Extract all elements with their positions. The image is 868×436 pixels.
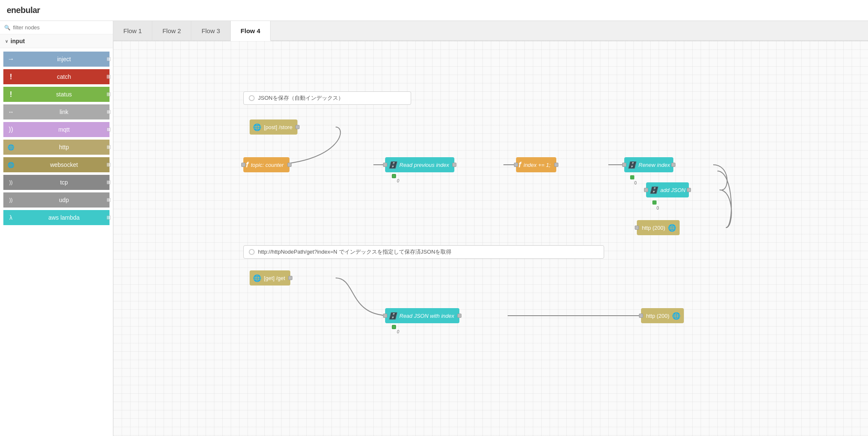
- read-prev-debug-dot: [392, 174, 396, 178]
- http-port: [107, 145, 111, 149]
- node-item-http[interactable]: 🌐 http: [3, 140, 109, 155]
- node-item-catch[interactable]: ! catch: [3, 69, 109, 84]
- status-icon: !: [3, 87, 18, 102]
- node-post-store[interactable]: 🌐 [post] /store: [250, 119, 297, 135]
- http-label: http: [18, 140, 109, 155]
- f-icon-1: f: [246, 161, 248, 169]
- udp-icon: )): [3, 192, 18, 208]
- db-icon-2: 🗄️: [628, 161, 636, 169]
- tcp-icon: )): [3, 175, 18, 190]
- http-200-1-port-in: [635, 226, 639, 230]
- mqtt-icon: )): [3, 122, 18, 137]
- node-item-tcp[interactable]: )) tcp: [3, 175, 109, 190]
- sidebar-search[interactable]: 🔍: [0, 21, 113, 34]
- catch-port: [107, 75, 111, 79]
- canvas-area: Flow 1 Flow 2 Flow 3 Flow 4: [113, 21, 868, 436]
- get-get-label: [get] /get: [264, 275, 285, 281]
- aws-icon: λ: [3, 210, 18, 225]
- chevron-icon: ∨: [5, 39, 8, 44]
- topic-counter-label: topic: counter: [251, 162, 284, 168]
- inject-port: [107, 57, 111, 61]
- post-store-label: [post] /store: [264, 124, 292, 130]
- read-prev-port-in: [383, 163, 387, 167]
- sidebar-section-header[interactable]: ∨ input: [0, 34, 113, 48]
- add-json-label: add JSON: [660, 187, 686, 193]
- globe-icon-1: 🌐: [253, 123, 261, 131]
- index-inc-label: index += 1;: [524, 162, 550, 168]
- app-logo: enebular: [7, 5, 40, 15]
- node-index-increment[interactable]: f index += 1;: [516, 157, 556, 172]
- node-item-link[interactable]: ↔ link: [3, 104, 109, 119]
- read-json-port-out: [457, 314, 461, 318]
- globe-icon-4: 🌐: [672, 312, 680, 320]
- flow-tabs: Flow 1 Flow 2 Flow 3 Flow 4: [113, 21, 868, 41]
- aws-label: aws lambda: [18, 210, 109, 225]
- renew-index-port-in: [622, 163, 626, 167]
- globe-icon-3: 🌐: [253, 274, 261, 282]
- post-store-port-out: [295, 125, 300, 129]
- http-200-1-label: http (200): [642, 225, 665, 231]
- status-port: [107, 92, 111, 96]
- read-json-debug-dot: [392, 325, 396, 329]
- tab-flow1[interactable]: Flow 1: [113, 21, 152, 40]
- renew-index-label: Renew index: [639, 162, 670, 168]
- search-input[interactable]: [13, 24, 109, 31]
- tab-flow3[interactable]: Flow 3: [191, 21, 230, 40]
- add-json-port-in: [644, 188, 648, 192]
- node-item-websocket[interactable]: 🌐 websocket: [3, 157, 109, 172]
- topic-counter-port-out: [287, 163, 292, 167]
- node-item-status[interactable]: ! status: [3, 87, 109, 102]
- tcp-port: [107, 180, 111, 184]
- read-prev-debug-label: 0: [397, 179, 399, 183]
- read-prev-port-out: [452, 163, 456, 167]
- udp-port: [107, 198, 111, 202]
- http-200-2-port-in: [639, 314, 643, 318]
- node-http-200-2[interactable]: http (200) 🌐: [641, 308, 684, 323]
- node-read-prev-index[interactable]: 🗄️ Read previous index 0: [385, 157, 454, 172]
- catch-label: catch: [18, 69, 109, 84]
- tab-flow2[interactable]: Flow 2: [152, 21, 191, 40]
- http-200-2-label: http (200): [646, 313, 670, 319]
- read-prev-label: Read previous index: [399, 162, 449, 168]
- db-icon-3: 🗄️: [649, 186, 658, 194]
- index-inc-port-out: [554, 163, 558, 167]
- add-json-port-out: [687, 188, 691, 192]
- flow-canvas[interactable]: JSONを保存（自動インデックス） 🌐 [post] /store f topi…: [113, 41, 868, 436]
- connections-svg: [113, 41, 868, 436]
- websocket-icon: 🌐: [3, 157, 18, 172]
- link-label: link: [18, 104, 109, 119]
- comment-dot-2: [249, 249, 255, 255]
- index-inc-port-in: [514, 163, 518, 167]
- node-add-json[interactable]: 🗄️ add JSON: [646, 182, 689, 197]
- topic-counter-port-in: [241, 163, 245, 167]
- comment-box-1: JSONを保存（自動インデックス）: [243, 91, 411, 105]
- node-item-aws-lambda[interactable]: λ aws lambda: [3, 210, 109, 225]
- mqtt-port: [107, 127, 111, 132]
- read-json-debug-label: 0: [397, 330, 399, 334]
- node-http-200-1[interactable]: http (200) 🌐: [637, 220, 680, 235]
- node-item-mqtt[interactable]: )) mqtt: [3, 122, 109, 137]
- node-item-udp[interactable]: )) udp: [3, 192, 109, 208]
- add-json-debug-label: 0: [657, 206, 659, 210]
- status-label: status: [18, 87, 109, 102]
- node-item-inject[interactable]: → inject: [3, 52, 109, 67]
- search-icon: 🔍: [4, 25, 10, 31]
- http-icon: 🌐: [3, 140, 18, 155]
- section-label: input: [10, 38, 25, 44]
- renew-debug-label: 0: [634, 181, 637, 185]
- link-port: [107, 110, 111, 114]
- tcp-label: tcp: [18, 175, 109, 190]
- sidebar: 🔍 ∨ input → inject ! catch: [0, 21, 113, 436]
- tab-flow4[interactable]: Flow 4: [231, 21, 271, 41]
- comment-text-2: http://httpNodePath/get?index=N でインデックスを…: [258, 248, 451, 256]
- websocket-port: [107, 163, 111, 167]
- comment-box-2: http://httpNodePath/get?index=N でインデックスを…: [243, 245, 604, 259]
- aws-port: [107, 215, 111, 220]
- node-topic-counter[interactable]: f topic: counter: [243, 157, 289, 172]
- f-icon-2: f: [519, 161, 521, 169]
- node-get-get[interactable]: 🌐 [get] /get: [250, 270, 290, 285]
- app-container: enebular 🔍 ∨ input → inject: [0, 0, 868, 436]
- node-read-json-index[interactable]: 🗄️ Read JSON with index 0: [385, 308, 459, 323]
- comment-dot-1: [249, 95, 255, 101]
- node-renew-index[interactable]: 🗄️ Renew index: [624, 157, 673, 172]
